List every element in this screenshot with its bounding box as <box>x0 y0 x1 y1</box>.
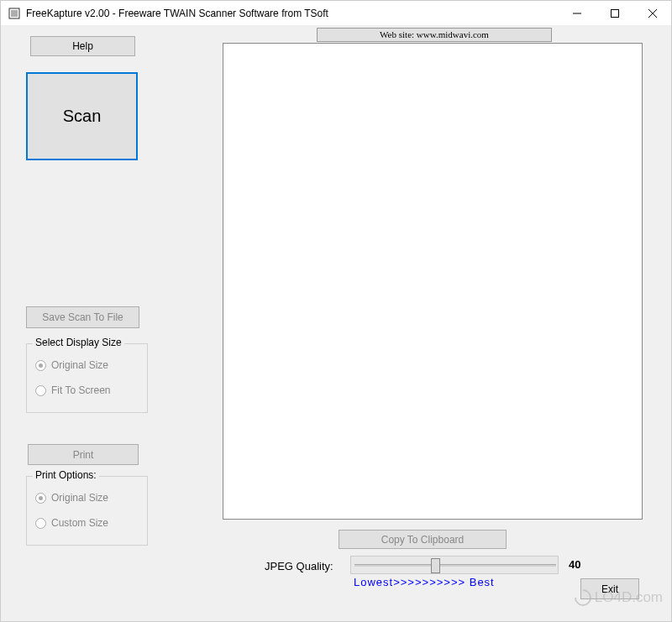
watermark-text: LO4D.com <box>595 589 663 606</box>
app-window: FreeKapture v2.00 - Freeware TWAIN Scann… <box>0 0 672 622</box>
save-scan-button[interactable]: Save Scan To File <box>26 306 139 328</box>
radio-icon <box>35 518 46 529</box>
window-controls <box>558 1 671 25</box>
display-size-legend: Select Display Size <box>33 337 124 348</box>
quality-hint-label: Lowest>>>>>>>>>> Best <box>354 576 495 588</box>
radio-print-original[interactable]: Original Size <box>35 492 147 504</box>
help-button[interactable]: Help <box>30 36 135 56</box>
scan-button-label: Scan <box>63 107 102 126</box>
copy-to-clipboard-button[interactable]: Copy To Clipboard <box>339 530 507 549</box>
website-banner[interactable]: Web site: www.midwavi.com <box>317 28 552 42</box>
radio-label: Custom Size <box>51 517 108 529</box>
scan-button[interactable]: Scan <box>26 72 138 160</box>
svg-rect-0 <box>9 8 19 18</box>
minimize-button[interactable] <box>558 1 596 25</box>
radio-original-size[interactable]: Original Size <box>35 359 147 371</box>
scan-preview-area <box>223 43 643 520</box>
app-icon <box>8 7 21 20</box>
content-area: Help Scan Save Scan To File Select Displ… <box>1 26 671 621</box>
radio-icon <box>35 360 46 371</box>
jpeg-quality-slider[interactable] <box>350 556 559 574</box>
slider-channel <box>354 564 556 567</box>
watermark: LO4D.com <box>575 589 663 606</box>
print-options-legend: Print Options: <box>33 469 99 481</box>
radio-fit-to-screen[interactable]: Fit To Screen <box>35 384 147 396</box>
display-size-group: Select Display Size Original Size Fit To… <box>26 343 148 413</box>
radio-label: Fit To Screen <box>51 384 110 396</box>
print-button[interactable]: Print <box>28 444 139 465</box>
window-title: FreeKapture v2.00 - Freeware TWAIN Scann… <box>26 8 558 19</box>
jpeg-quality-value: 40 <box>569 558 580 571</box>
radio-icon <box>35 493 46 504</box>
jpeg-quality-label: JPEG Quality: <box>265 560 333 572</box>
radio-label: Original Size <box>51 359 108 371</box>
slider-thumb[interactable] <box>431 558 440 573</box>
titlebar: FreeKapture v2.00 - Freeware TWAIN Scann… <box>1 1 671 26</box>
close-button[interactable] <box>633 1 671 25</box>
watermark-icon <box>571 586 595 609</box>
radio-label: Original Size <box>51 492 108 504</box>
radio-print-custom[interactable]: Custom Size <box>35 517 147 529</box>
radio-icon <box>35 385 46 396</box>
print-options-group: Print Options: Original Size Custom Size <box>26 476 148 546</box>
svg-rect-6 <box>611 9 618 17</box>
maximize-button[interactable] <box>596 1 633 25</box>
